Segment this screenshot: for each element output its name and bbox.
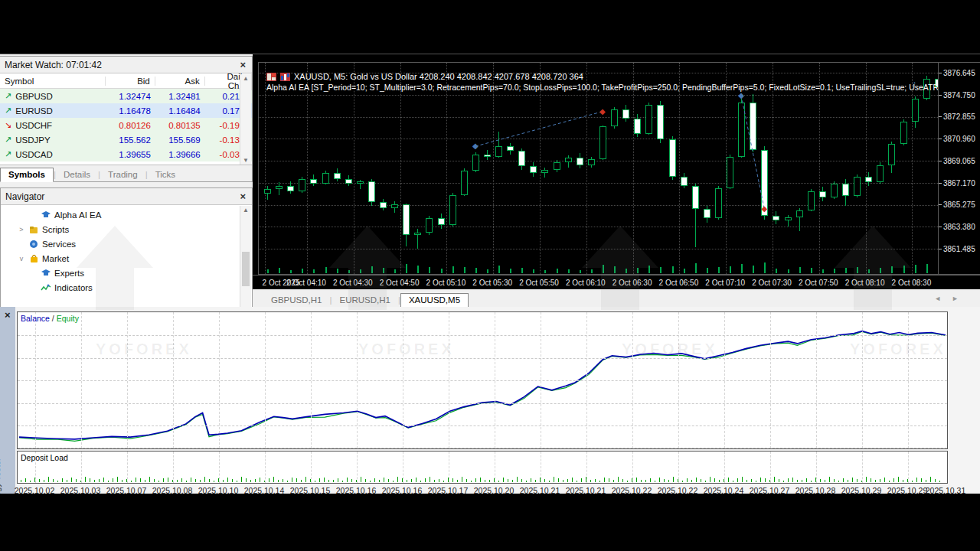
deposit-load-tick [351,479,352,482]
table-row[interactable]: ↗USDCAD1.396551.39666-0.03% [0,147,252,161]
deposit-load-tick [379,480,380,482]
gridline [219,452,220,483]
table-row[interactable]: ↗EURUSD1.164781.164840.17% [0,103,252,118]
expand-icon[interactable]: > [18,226,25,233]
deposit-load-tick [673,477,674,482]
deposit-load-tick [356,480,357,482]
sidebar-item-scripts[interactable]: >Scripts [1,222,252,236]
time-axis-label: 2 Oct 06:50 [659,279,699,287]
deposit-load-tick [618,477,619,482]
deposit-load-tick [838,481,839,482]
tab-ticks[interactable]: Ticks [148,168,183,181]
time-axis-label: 2 Oct 06:30 [612,279,652,287]
close-icon[interactable]: × [238,59,247,70]
scroll-up-icon[interactable]: ▲ [240,75,251,82]
market-watch-scrollbar[interactable]: ▲ ▼ [240,74,251,165]
deposit-load-tick [884,478,885,482]
deposit-load-tick [117,477,118,482]
time-axis[interactable]: 2 Oct 20252 Oct 04:102 Oct 04:302 Oct 04… [253,275,980,289]
chart-tab-gbpusd-h1[interactable]: GBPUSD,H1 [263,294,329,307]
deposit-load-tick [439,479,439,482]
chart-type-icon[interactable] [280,73,290,81]
navigator-titlebar[interactable]: Navigator × [1,188,252,205]
deposit-load-tick [186,481,187,482]
sidebar-item-indicators[interactable]: Indicators [1,280,252,295]
legend-balance: Balance [21,314,50,323]
deposit-load-tick [701,479,701,482]
depth-of-market-icon[interactable] [266,73,276,81]
scroll-down-icon[interactable]: ▼ [240,157,251,164]
table-row[interactable]: ↗USDJPY155.562155.569-0.13% [0,132,252,147]
tab-scroll-arrows[interactable]: ◄► [934,295,969,302]
gridline [541,312,541,448]
tree-item-label: Services [42,240,76,249]
deposit-load-tick [540,478,541,482]
deposit-load-tick [806,478,807,482]
deposit-load-tick [411,479,412,482]
deposit-load-tick [25,478,26,482]
strategy-tester-label: Strategy Tester [0,458,2,494]
deposit-load-tick [843,478,844,482]
scroll-thumb[interactable] [242,252,250,286]
price-axis-label: 3872.855 [943,112,975,121]
deposit-load-tick [237,481,237,482]
candlestick-chart[interactable]: XAUUSD, M5: Gold vs US Dollar 4208.240 4… [258,62,939,275]
deposit-load-tick [691,480,692,482]
tab-details[interactable]: Details [56,168,98,181]
tab-symbols[interactable]: Symbols [0,168,54,182]
scroll-up-icon[interactable]: ▲ [240,207,251,214]
chart-tab-xauusd-m5[interactable]: XAUUSD,M5 [400,293,469,308]
deposit-load-tick [866,477,867,482]
deposit-load-tick [269,478,270,482]
deposit-load-tick [48,477,49,482]
balance-equity-chart[interactable]: Balance / Equity [17,311,948,449]
close-icon[interactable]: × [238,191,247,202]
collapse-icon[interactable]: v [18,255,25,262]
deposit-load-tick [384,478,384,482]
sidebar-item-alpha-ai-ea[interactable]: Alpha AI EA [1,207,252,222]
deposit-load-tick [177,480,178,482]
workspace: Market Watch: 07:01:42 × Symbol Bid Ask … [0,54,980,494]
gridline [816,312,817,448]
table-row[interactable]: ↘USDCHF0.801260.80135-0.19% [0,118,252,132]
deposit-load-tick [443,481,444,482]
chart-tab-eurusd-h1[interactable]: EURUSD,H1 [332,294,397,307]
market-watch-tabs: Symbols|Details|Trading|Ticks [0,165,252,181]
price-axis-label: 3876.645 [943,69,975,77]
close-icon[interactable]: × [3,309,12,321]
axis-tick [939,227,942,227]
deposit-load-tick [361,477,361,482]
column-bid[interactable]: Bid [106,77,155,86]
trend-up-icon: ↗ [5,91,11,101]
deposit-load-tick [365,479,366,482]
deposit-load-tick [535,480,536,482]
deposit-load-tick [916,478,917,482]
deposit-load-tick [746,480,747,482]
deposit-load-tick [779,479,779,482]
deposit-load-chart[interactable]: Deposit Load [17,451,948,484]
sidebar-item-services[interactable]: Services [1,236,252,251]
tree-item-label: Market [42,254,69,263]
deposit-load-tick [462,477,462,482]
axis-tick [939,73,942,73]
deposit-load-tick [756,481,756,482]
time-axis-label: 2 Oct 05:30 [472,279,512,287]
price-scale[interactable]: 3876.6453874.7503872.8553870.9603869.065… [939,62,980,275]
deposit-load-tick [861,481,862,482]
deposit-load-tick [471,481,472,482]
gridline [127,452,128,483]
sidebar-item-experts[interactable]: Experts [1,266,252,280]
chart-title-line: XAUUSD, M5: Gold vs US Dollar 4208.240 4… [266,72,583,81]
tab-trading[interactable]: Trading [100,168,145,181]
table-row[interactable]: ↗GBPUSD1.324741.324810.21% [0,89,252,103]
deposit-load-tick [241,477,242,482]
column-ask[interactable]: Ask [155,77,205,86]
sidebar-item-market[interactable]: vMarket [1,251,252,266]
column-symbol[interactable]: Symbol [0,77,106,86]
deposit-load-tick [558,478,559,482]
time-axis-label: 2 Oct 07:10 [705,279,745,287]
symbol-name: GBPUSD [15,92,53,101]
deposit-load-tick [172,480,173,482]
deposit-load-tick [283,479,283,482]
time-axis-label: 2 Oct 07:50 [799,279,838,287]
